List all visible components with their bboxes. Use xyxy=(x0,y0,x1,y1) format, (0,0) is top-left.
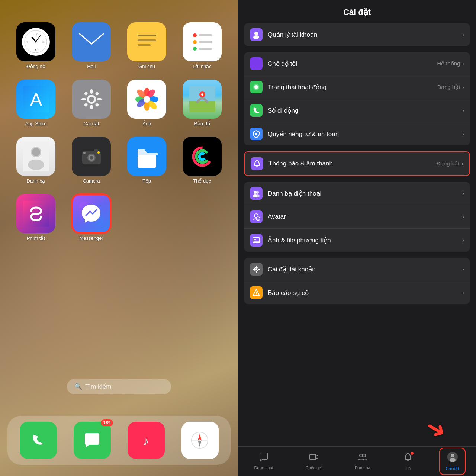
phone-label: Số di động xyxy=(268,107,462,115)
app-files[interactable]: Tệp xyxy=(122,137,171,184)
svg-point-81 xyxy=(254,85,258,89)
app-contacts[interactable]: Danh bạ xyxy=(11,137,61,184)
settings-section-5: Cài đặt tài khoản › Báo cáo sự cố › xyxy=(244,258,470,304)
phone-chevron: › xyxy=(462,107,464,113)
svg-point-79 xyxy=(253,35,259,39)
app-maps[interactable]: Bản đồ xyxy=(177,80,227,126)
svg-rect-11 xyxy=(138,39,156,41)
darkmode-label: Chế độ tối xyxy=(268,60,437,68)
settings-row-media[interactable]: Ảnh & file phương tiện › xyxy=(244,229,470,252)
settings-row-account-settings[interactable]: Cài đặt tài khoản › xyxy=(244,258,470,281)
app-reminders[interactable]: Lời nhắc xyxy=(177,22,227,69)
svg-text:9: 9 xyxy=(26,40,28,44)
svg-point-104 xyxy=(363,454,366,457)
dock-safari[interactable] xyxy=(181,422,219,459)
phonebook-chevron: › xyxy=(462,190,464,196)
settings-row-account[interactable]: Quản lý tài khoản › xyxy=(244,23,470,46)
svg-point-109 xyxy=(450,458,456,462)
svg-point-49 xyxy=(28,160,44,170)
svg-point-46 xyxy=(201,93,203,96)
nav-calls[interactable]: Cuộc gọi xyxy=(300,449,328,473)
svg-rect-9 xyxy=(134,27,160,57)
svg-rect-15 xyxy=(199,34,212,36)
svg-rect-26 xyxy=(90,105,93,109)
svg-text:★: ★ xyxy=(257,218,259,220)
search-bar[interactable]: 🔍 Tìm kiếm xyxy=(67,379,171,394)
nav-people[interactable]: Danh bạ xyxy=(349,449,376,473)
svg-rect-17 xyxy=(199,41,212,43)
settings-row-activity[interactable]: Trạng thái hoạt động Đang bật › xyxy=(244,75,470,99)
settings-section-2: Chế độ tối Hệ thống › Trạng thái hoạt độ… xyxy=(244,52,470,145)
privacy-label: Quyền riêng tư & an toàn xyxy=(268,130,462,138)
svg-point-82 xyxy=(255,133,257,135)
app-clock[interactable]: 12 3 6 9 Đồng hồ xyxy=(11,22,61,69)
settings-section-notifications: Thông báo & âm thanh Đang bật › xyxy=(244,151,470,176)
phone-icon xyxy=(250,104,263,117)
media-icon xyxy=(250,234,263,247)
app-contacts-label: Danh bạ xyxy=(27,178,45,184)
bottom-nav: Đoạn chat Cuộc gọi Danh bạ xyxy=(238,446,476,476)
app-appstore[interactable]: A App Store xyxy=(11,80,61,126)
app-notes[interactable]: Ghi chú xyxy=(122,22,171,69)
app-photos[interactable]: Ảnh xyxy=(122,80,171,126)
people-icon xyxy=(358,452,367,464)
svg-point-108 xyxy=(451,454,454,457)
app-fitness[interactable]: Thể dục xyxy=(177,137,227,184)
account-settings-label: Cài đặt tài khoản xyxy=(268,266,462,273)
svg-point-42 xyxy=(144,96,150,103)
svg-point-58 xyxy=(97,151,100,154)
account-label: Quản lý tài khoản xyxy=(268,31,462,39)
nav-chats[interactable]: Đoạn chat xyxy=(248,449,279,473)
app-clock-label: Đồng hồ xyxy=(26,64,45,69)
settings-row-privacy[interactable]: Quyền riêng tư & an toàn › xyxy=(244,122,470,145)
home-screen: 12 3 6 9 Đồng hồ xyxy=(0,0,238,476)
settings-row-report[interactable]: Báo cáo sự cố › xyxy=(244,281,470,304)
notifications-icon xyxy=(251,157,263,170)
messages-badge: 189 xyxy=(101,419,113,426)
settings-row-phone[interactable]: Số di động › xyxy=(244,99,470,122)
app-messenger[interactable]: Messenger xyxy=(67,194,116,241)
settings-row-notifications[interactable]: Thông báo & âm thanh Đang bật › xyxy=(245,152,469,175)
notifications-chevron: › xyxy=(461,161,463,167)
darkmode-icon xyxy=(250,57,263,70)
app-settings[interactable]: Cài đặt xyxy=(67,80,116,126)
app-maps-label: Bản đồ xyxy=(194,121,210,126)
app-fitness-label: Thể dục xyxy=(193,178,211,184)
svg-rect-102 xyxy=(310,454,316,460)
dock-music[interactable]: ♪ xyxy=(128,422,165,459)
account-settings-chevron: › xyxy=(462,266,464,272)
dock-phone[interactable] xyxy=(20,422,57,459)
activity-label: Trạng thái hoạt động xyxy=(268,83,437,91)
nav-settings[interactable]: Cài đặt xyxy=(439,448,466,475)
avatar-label: Avatar xyxy=(268,213,462,221)
notifications-dot xyxy=(411,452,414,455)
app-shortcuts[interactable]: Phím tắt xyxy=(11,194,61,241)
svg-point-16 xyxy=(193,40,197,44)
report-label: Báo cáo sự cố xyxy=(268,289,462,297)
svg-point-7 xyxy=(35,41,37,43)
settings-row-darkmode[interactable]: Chế độ tối Hệ thống › xyxy=(244,52,470,75)
settings-section-4: Danh bạ điện thoại › ★ Avatar › xyxy=(244,182,470,252)
svg-point-24 xyxy=(89,97,94,102)
svg-rect-60 xyxy=(138,155,156,168)
app-photos-label: Ảnh xyxy=(142,121,151,126)
svg-rect-27 xyxy=(81,98,86,100)
app-files-label: Tệp xyxy=(142,178,151,184)
svg-rect-12 xyxy=(138,44,151,46)
calls-label: Cuộc gọi xyxy=(306,466,322,470)
nav-notifications[interactable]: Tin xyxy=(397,450,419,473)
svg-point-93 xyxy=(254,239,256,240)
svg-text:12: 12 xyxy=(34,32,38,36)
settings-row-avatar[interactable]: ★ Avatar › xyxy=(244,205,470,229)
settings-title: Cài đặt xyxy=(238,0,476,23)
privacy-icon xyxy=(250,128,263,140)
dock-messages[interactable]: 189 xyxy=(74,422,111,459)
activity-value: Đang bật xyxy=(437,84,460,90)
app-mail[interactable]: Mail xyxy=(67,22,116,69)
account-chevron: › xyxy=(462,32,464,38)
settings-content: Quản lý tài khoản › Chế độ tối Hệ thống … xyxy=(238,23,476,476)
search-placeholder: Tìm kiếm xyxy=(85,383,111,390)
settings-row-phonebook[interactable]: Danh bạ điện thoại › xyxy=(244,182,470,205)
svg-point-78 xyxy=(254,32,258,35)
app-camera[interactable]: Camera xyxy=(67,137,116,184)
